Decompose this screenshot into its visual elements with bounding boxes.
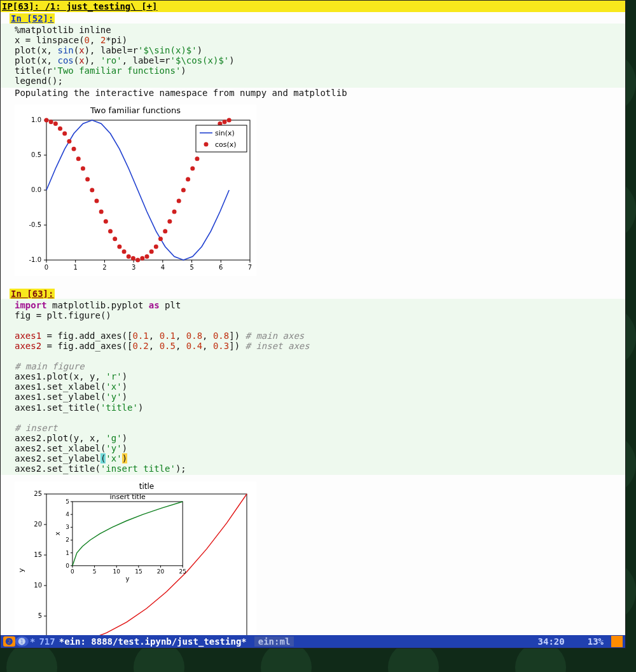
- svg-text:0.0: 0.0: [31, 186, 41, 193]
- svg-text:insert title: insert title: [109, 493, 146, 501]
- svg-point-31: [72, 146, 76, 151]
- svg-point-38: [135, 257, 140, 262]
- chart-two-familiar-functions: Two familiar functions01234567-1.0-0.50.…: [15, 104, 256, 276]
- svg-text:15: 15: [34, 551, 42, 558]
- input-prompt-52: In [52]:: [10, 13, 55, 24]
- svg-text:-0.5: -0.5: [29, 221, 41, 228]
- svg-text:15: 15: [135, 568, 142, 575]
- emacs-frame: IP[63]: /1: just_testing\ [+] In [52]: %…: [0, 0, 626, 648]
- svg-point-60: [149, 249, 154, 254]
- cursor-position: 34:20: [538, 636, 565, 647]
- svg-text:y: y: [17, 568, 25, 572]
- svg-text:x: x: [54, 532, 61, 536]
- svg-text:0: 0: [71, 568, 74, 575]
- svg-point-54: [94, 198, 99, 203]
- window-number-icon: ❷: [3, 636, 15, 647]
- svg-point-48: [227, 118, 232, 122]
- svg-text:y: y: [126, 575, 130, 582]
- svg-text:4: 4: [161, 264, 165, 271]
- buffer-content[interactable]: In [52]: %matplotlib inlinex = linspace(…: [1, 12, 625, 635]
- svg-point-62: [167, 219, 172, 223]
- svg-point-59: [140, 256, 144, 260]
- svg-point-35: [108, 229, 113, 233]
- svg-point-53: [85, 177, 90, 181]
- svg-point-36: [117, 244, 121, 249]
- modified-star: *: [30, 636, 35, 647]
- svg-rect-102: [73, 502, 183, 566]
- svg-point-44: [190, 166, 195, 170]
- scroll-percent: 13%: [588, 636, 604, 647]
- line-indicator: 717: [39, 636, 55, 647]
- svg-point-43: [181, 188, 186, 192]
- svg-text:5: 5: [190, 264, 193, 271]
- svg-text:1.0: 1.0: [31, 116, 41, 123]
- svg-point-28: [45, 118, 49, 122]
- code-cell-63[interactable]: import matplotlib.pyplot as pltfig = plt…: [1, 299, 625, 476]
- svg-point-63: [177, 198, 181, 203]
- svg-point-57: [122, 249, 127, 254]
- svg-point-56: [113, 237, 117, 241]
- major-mode: ein:ml: [254, 636, 294, 647]
- svg-text:25: 25: [179, 568, 186, 575]
- svg-point-55: [104, 219, 108, 223]
- svg-point-49: [49, 120, 53, 124]
- svg-text:20: 20: [157, 568, 165, 575]
- svg-text:6: 6: [219, 264, 223, 271]
- svg-text:1: 1: [66, 550, 69, 556]
- svg-text:-1.0: -1.0: [29, 256, 41, 263]
- svg-point-61: [158, 237, 163, 241]
- svg-text:1: 1: [74, 264, 78, 271]
- svg-text:0.5: 0.5: [31, 151, 41, 158]
- svg-point-37: [127, 254, 131, 259]
- svg-text:0: 0: [66, 563, 69, 569]
- svg-text:20: 20: [34, 521, 42, 528]
- stdout-output: Populating the interactive namespace fro…: [1, 88, 625, 98]
- svg-text:title: title: [139, 482, 154, 491]
- svg-text:5: 5: [93, 568, 97, 575]
- svg-point-39: [144, 254, 149, 259]
- svg-text:3: 3: [132, 264, 135, 271]
- plot-output-1: Two familiar functions01234567-1.0-0.50.…: [15, 104, 256, 276]
- input-prompt-63: In [63]:: [10, 289, 55, 299]
- svg-text:sin(x): sin(x): [215, 129, 235, 137]
- svg-point-68: [223, 120, 227, 124]
- mode-line: ❷ ❶ * 717 *ein: 8888/test.ipynb/just_tes…: [1, 635, 625, 648]
- code-cell-52[interactable]: %matplotlib inlinex = linspace(0, 2*pi)p…: [1, 24, 625, 88]
- svg-text:25: 25: [34, 490, 42, 497]
- buffer-name: *ein: 8888/test.ipynb/just_testing*: [59, 636, 247, 647]
- svg-text:3: 3: [66, 524, 69, 530]
- modeline-endcap-icon: [611, 636, 623, 647]
- svg-point-52: [76, 156, 81, 161]
- svg-point-32: [81, 166, 85, 170]
- svg-text:2: 2: [66, 537, 69, 544]
- svg-point-50: [58, 126, 62, 130]
- svg-text:Two familiar functions: Two familiar functions: [90, 106, 181, 115]
- chart-title-inset: title0123450510152025xyinsert title05101…: [15, 481, 256, 635]
- svg-point-64: [186, 177, 190, 181]
- buffer-number-icon: ❶: [15, 636, 29, 647]
- svg-point-72: [204, 142, 209, 146]
- svg-point-33: [90, 188, 94, 192]
- svg-text:cos(x): cos(x): [215, 141, 237, 149]
- plot-output-2: title0123450510152025xyinsert title05101…: [15, 481, 256, 635]
- svg-point-65: [195, 156, 199, 161]
- svg-point-51: [67, 139, 71, 143]
- svg-text:5: 5: [66, 498, 69, 505]
- svg-text:4: 4: [66, 511, 69, 518]
- svg-text:2: 2: [102, 264, 106, 271]
- svg-text:5: 5: [38, 612, 42, 619]
- svg-point-29: [53, 121, 58, 125]
- svg-point-42: [172, 209, 177, 214]
- tab-bar[interactable]: IP[63]: /1: just_testing\ [+]: [1, 1, 625, 12]
- svg-point-41: [163, 229, 167, 233]
- svg-point-58: [131, 256, 135, 260]
- svg-text:10: 10: [34, 582, 42, 589]
- svg-point-30: [62, 131, 67, 135]
- svg-text:7: 7: [248, 264, 252, 271]
- svg-text:0: 0: [45, 264, 48, 271]
- svg-point-40: [154, 244, 158, 249]
- svg-point-34: [99, 209, 104, 214]
- svg-text:10: 10: [113, 568, 121, 575]
